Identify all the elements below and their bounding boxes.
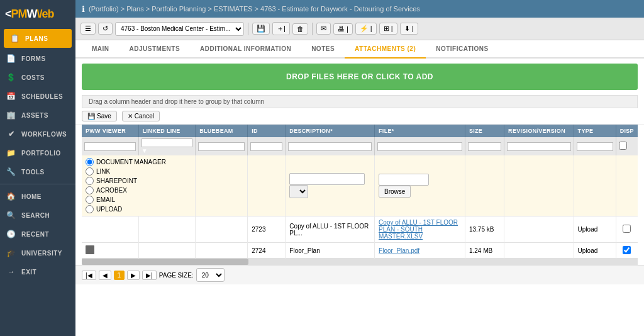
filter-file-input[interactable] — [377, 142, 462, 151]
action-bar: 💾 Save ✕ Cancel — [75, 108, 644, 125]
filter-file — [375, 137, 465, 155]
new-row-disp-cell — [616, 155, 638, 216]
source-link-radio[interactable] — [86, 167, 94, 176]
new-row-revision-cell — [504, 155, 574, 216]
source-link[interactable]: LINK — [86, 167, 191, 176]
row1-file[interactable]: Copy of ALLU - 1ST FLOOR PLAN - SOUTH MA… — [375, 216, 465, 243]
new-row-empty-1 — [196, 155, 248, 216]
download-toolbar-button[interactable]: ⬇ | — [400, 23, 418, 35]
print-toolbar-button[interactable]: 🖶 | — [333, 23, 353, 35]
sidebar-item-recent-label: RECENT — [21, 231, 49, 238]
filter-revision-input[interactable] — [507, 142, 571, 151]
tab-additional[interactable]: ADDITIONAL INFORMATION — [190, 40, 301, 59]
new-row-empty-2 — [248, 155, 286, 216]
new-row-select[interactable]: ▼ — [289, 185, 308, 198]
logo: <PMW\/eb — [0, 0, 75, 28]
page-size-select[interactable]: 20 — [196, 268, 225, 282]
sidebar-item-search[interactable]: 🔍 SEARCH — [0, 206, 75, 225]
row2-checkbox[interactable] — [623, 246, 631, 254]
filter-linked-input[interactable] — [142, 138, 192, 147]
cancel-button[interactable]: ✕ Cancel — [122, 111, 160, 121]
tab-notifications[interactable]: NOTIFICATIONS — [426, 40, 499, 59]
row1-file-link[interactable]: Copy of ALLU - 1ST FLOOR PLAN - SOUTH MA… — [379, 219, 458, 240]
filter-desc-input[interactable] — [288, 142, 372, 151]
tab-attachments[interactable]: ATTACHMENTS (2) — [345, 40, 426, 59]
sidebar-item-assets[interactable]: 🏢 ASSETS — [0, 106, 75, 125]
record-selector[interactable]: 4763 - Boston Medical Center - Estim... — [115, 22, 244, 36]
new-row-size-cell — [465, 155, 504, 216]
exit-icon: → — [6, 267, 16, 276]
sidebar-item-university[interactable]: 🎓 UNIVERSITY — [0, 244, 75, 262]
source-email-radio[interactable] — [86, 196, 94, 204]
row2-linked — [138, 243, 195, 259]
tab-main[interactable]: MAIN — [82, 40, 119, 59]
col-bluebeam: BLUEBEAM — [196, 125, 248, 137]
col-disp: DISP — [616, 125, 638, 137]
save-button[interactable]: 💾 Save — [82, 111, 117, 121]
sidebar-item-tools[interactable]: 🔧 TOOLS — [0, 162, 75, 181]
row1-disp — [616, 216, 638, 243]
tab-adjustments[interactable]: ADJUSTMENTS — [119, 40, 191, 59]
sidebar-item-portfolio[interactable]: 📁 PORTFOLIO — [0, 143, 75, 162]
browse-button[interactable]: Browse — [379, 186, 411, 198]
history-button[interactable]: ↺ — [98, 23, 113, 35]
last-page-button[interactable]: ▶| — [142, 271, 157, 280]
source-acrobex-radio[interactable] — [86, 186, 94, 194]
filter-disp-checkbox[interactable] — [619, 142, 627, 150]
sidebar-item-home[interactable]: 🏠 HOME — [0, 187, 75, 206]
next-page-button[interactable]: ▶ — [127, 271, 140, 280]
grid-toolbar-button[interactable]: ⊞ | — [379, 23, 397, 35]
save-toolbar-button[interactable]: 💾 — [252, 23, 270, 35]
source-upload-radio[interactable] — [86, 205, 94, 213]
filter-bluebeam-input[interactable] — [198, 142, 245, 151]
sidebar-item-workflows[interactable]: ✔ WORKFLOWS — [0, 125, 75, 143]
new-row-description-input[interactable] — [289, 173, 365, 185]
current-page-button[interactable]: 1 — [114, 271, 125, 280]
filter-pww-input[interactable] — [84, 142, 136, 151]
col-pww-viewer: PWW VIEWER — [82, 125, 138, 137]
source-doc-manager-radio[interactable] — [86, 158, 94, 166]
source-email[interactable]: EMAIL — [86, 196, 191, 204]
source-doc-manager-label: DOCUMENT MANAGER — [96, 159, 166, 165]
first-page-button[interactable]: |◀ — [82, 271, 96, 280]
new-row-file-input[interactable] — [379, 174, 429, 186]
col-type: TYPE — [574, 125, 616, 137]
sidebar-item-recent[interactable]: 🕒 RECENT — [0, 225, 75, 244]
sidebar-item-workflows-label: WORKFLOWS — [21, 131, 67, 138]
tab-notes[interactable]: NOTES — [301, 40, 345, 59]
row1-type: Upload — [574, 216, 616, 243]
add-toolbar-button[interactable]: ＋| — [272, 22, 290, 35]
sidebar: <PMW\/eb 📋 PLANS 📄 FORMS 💲 COSTS 📅 SCHED… — [0, 0, 75, 336]
source-upload-label: UPLOAD — [96, 206, 122, 213]
sidebar-item-plans[interactable]: 📋 PLANS — [4, 29, 72, 48]
row1-checkbox[interactable] — [623, 225, 631, 233]
sidebar-item-exit[interactable]: → EXIT — [0, 262, 75, 281]
top-bar: ℹ (Portfolio) > Plans > Portfolio Planni… — [75, 0, 644, 18]
filter-type-input[interactable] — [577, 142, 613, 151]
delete-toolbar-button[interactable]: 🗑 — [292, 23, 308, 35]
source-sharepoint[interactable]: SHAREPOINT — [86, 177, 191, 185]
sidebar-item-tools-label: TOOLS — [21, 169, 45, 176]
sidebar-item-costs[interactable]: 💲 COSTS — [0, 68, 75, 87]
menu-button[interactable]: ☰ — [80, 23, 96, 35]
logo-text: <PMW\/eb — [5, 8, 54, 21]
filter-size — [465, 137, 504, 155]
filter-size-input[interactable] — [468, 142, 501, 151]
source-sharepoint-label: SHAREPOINT — [96, 177, 137, 184]
filter-id-input[interactable] — [250, 142, 282, 151]
sidebar-item-forms[interactable]: 📄 FORMS — [0, 49, 75, 68]
source-upload[interactable]: UPLOAD — [86, 205, 191, 213]
email-toolbar-button[interactable]: ✉ — [316, 23, 331, 35]
page-size-label: PAGE SIZE: — [159, 272, 194, 279]
drop-zone[interactable]: DROP FILES HERE OR CLICK TO ADD — [82, 64, 638, 90]
lightning-toolbar-button[interactable]: ⚡ | — [355, 23, 377, 35]
source-acrobex[interactable]: ACROBEX — [86, 186, 191, 194]
horizontal-scrollbar[interactable] — [82, 259, 638, 265]
row2-file-link[interactable]: Floor_Plan.pdf — [379, 247, 419, 254]
source-sharepoint-radio[interactable] — [86, 177, 94, 185]
source-doc-manager[interactable]: DOCUMENT MANAGER — [86, 158, 191, 166]
sidebar-item-schedules[interactable]: 📅 SCHEDULES — [0, 87, 75, 106]
prev-page-button[interactable]: ◀ — [99, 271, 111, 280]
plans-icon: 📋 — [10, 34, 20, 43]
row2-file[interactable]: Floor_Plan.pdf — [375, 243, 465, 259]
